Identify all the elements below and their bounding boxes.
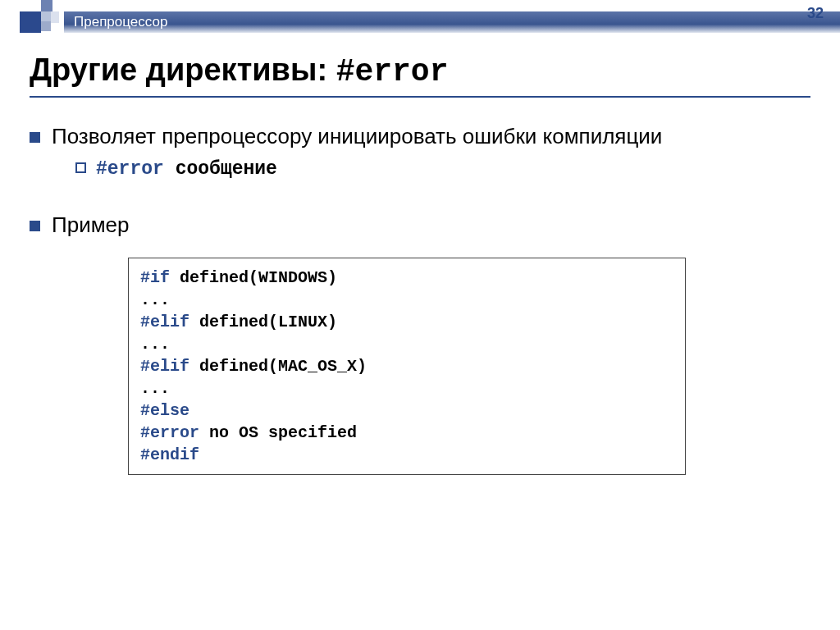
page-number: 32 <box>807 5 824 22</box>
bullet-1-sub: #error сообщение <box>75 158 810 180</box>
sub-rest: сообщение <box>164 158 277 180</box>
code-line: #elif defined(LINUX) <box>140 311 673 333</box>
slide-content: Другие директивы: #error Позволяет препр… <box>0 33 840 475</box>
code-line: ... <box>140 377 673 399</box>
bullet-2: Пример <box>30 212 810 238</box>
code-line: #endif <box>140 444 673 466</box>
code-line: #elif defined(MAC_OS_X) <box>140 355 673 377</box>
logo-icon <box>20 0 59 33</box>
title-text: Другие директивы: <box>30 52 336 87</box>
bullet-2-text: Пример <box>52 212 129 238</box>
bullet-icon <box>30 132 40 143</box>
bullet-1-text: Позволяет препроцессору инициировать оши… <box>52 124 662 149</box>
section-label: Препроцессор <box>74 14 167 30</box>
code-line: #else <box>140 399 673 422</box>
bullet-1-sub-text: #error сообщение <box>96 158 277 180</box>
code-line: #if defined(WINDOWS) <box>140 267 673 289</box>
slide-header: Препроцессор 32 <box>0 0 840 33</box>
code-line: ... <box>140 289 673 311</box>
code-line: ... <box>140 333 673 355</box>
code-example: #if defined(WINDOWS) ... #elif defined(L… <box>128 258 686 475</box>
sub-code: #error <box>96 158 164 180</box>
title-code: #error <box>336 54 449 89</box>
sub-bullet-icon <box>75 162 86 173</box>
slide-title: Другие директивы: #error <box>30 52 810 98</box>
bullet-icon <box>30 221 40 231</box>
code-line: #error no OS specified <box>140 422 673 444</box>
header-bar: Препроцессор <box>64 11 840 33</box>
bullet-1: Позволяет препроцессору инициировать оши… <box>30 124 810 149</box>
